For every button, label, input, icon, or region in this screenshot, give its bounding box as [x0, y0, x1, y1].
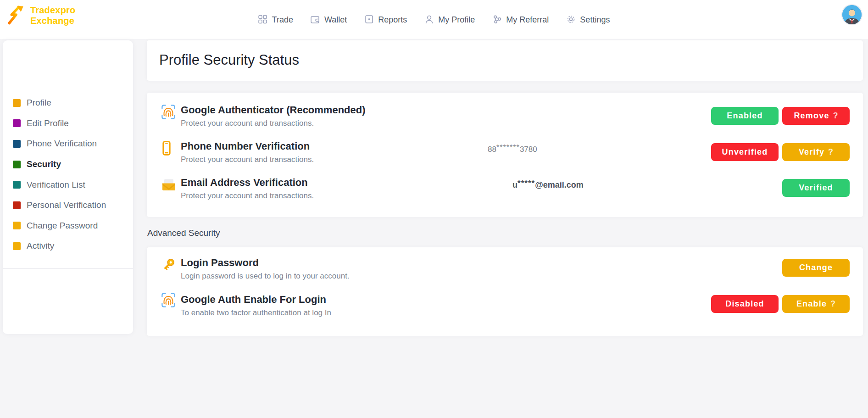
sidebar: Profile Edit Profile Phone Verification …: [3, 40, 133, 334]
swatch-personal-verification: [13, 201, 21, 209]
nav-label-settings: Settings: [580, 15, 610, 25]
nav-label-reports: Reports: [378, 15, 407, 25]
nav-item-my-profile[interactable]: My Profile: [424, 15, 475, 26]
swatch-activity: [13, 242, 21, 250]
row-subtitle: Login password is used to log in to your…: [181, 271, 350, 281]
nav-item-wallet[interactable]: Wallet: [311, 15, 347, 26]
trade-icon: [258, 15, 267, 26]
sidebar-item-activity[interactable]: Activity: [3, 236, 133, 256]
nav-label-my-profile: My Profile: [438, 15, 475, 25]
nav-label-wallet: Wallet: [324, 15, 347, 25]
row-title: Login Password: [181, 256, 259, 269]
main-nav: Trade Wallet Reports: [258, 0, 610, 40]
sidebar-label: Activity: [27, 241, 54, 251]
brand-arrow-icon: [6, 4, 26, 27]
sidebar-item-phone-verification[interactable]: Phone Verification: [3, 134, 133, 154]
unverified-button[interactable]: Unverified: [711, 143, 779, 161]
advanced-security-heading: Advanced Security: [147, 228, 220, 238]
masked-email: u*****@email.com: [512, 179, 584, 190]
enable-button[interactable]: Enable?: [782, 295, 850, 313]
nav-item-trade[interactable]: Trade: [258, 15, 293, 26]
swatch-verification-list: [13, 181, 21, 189]
user-avatar[interactable]: [841, 4, 862, 25]
help-question-icon: ?: [828, 147, 833, 157]
sidebar-label: Verification List: [27, 180, 85, 190]
sidebar-item-profile[interactable]: Profile: [3, 93, 133, 113]
sidebar-label: Personal Verification: [27, 200, 106, 210]
fingerprint-scan-icon: [161, 293, 175, 309]
security-status-card: Google Authenticator (Recommended) Prote…: [147, 93, 863, 217]
nav-item-settings[interactable]: Settings: [566, 15, 610, 26]
nav-item-reports[interactable]: Reports: [364, 15, 407, 26]
sidebar-label: Change Password: [27, 221, 98, 231]
advanced-security-card: Login Password Login password is used to…: [147, 247, 863, 336]
sidebar-label: Phone Verification: [27, 139, 97, 149]
swatch-change-password: [13, 222, 21, 229]
row-subtitle: Protect your account and transactions.: [181, 155, 314, 165]
swatch-edit-profile: [13, 119, 21, 127]
row-title: Google Authenticator (Recommended): [181, 104, 366, 117]
email-envelope-icon: [161, 178, 176, 194]
smartphone-icon: [161, 141, 172, 157]
sidebar-divider: [3, 268, 133, 269]
page-title: Profile Security Status: [159, 52, 299, 68]
row-title: Google Auth Enable For Login: [181, 293, 326, 306]
sidebar-item-edit-profile[interactable]: Edit Profile: [3, 113, 133, 134]
help-question-icon: ?: [830, 299, 835, 309]
title-card: Profile Security Status: [147, 40, 863, 81]
row-title: Phone Number Verification: [181, 140, 310, 153]
referral-icon: [492, 15, 501, 26]
help-question-icon: ?: [833, 111, 838, 121]
sidebar-label: Profile: [27, 98, 51, 108]
enabled-button[interactable]: Enabled: [711, 107, 779, 125]
top-navbar: Tradexpro Exchange Trade: [0, 0, 868, 40]
sidebar-menu: Profile Edit Profile Phone Verification …: [3, 93, 133, 256]
change-button[interactable]: Change: [782, 259, 850, 277]
swatch-phone-verification: [13, 140, 21, 148]
gear-icon: [566, 15, 575, 26]
masked-phone-number: 88*******3780: [488, 143, 537, 154]
sidebar-label: Edit Profile: [27, 118, 69, 128]
sidebar-item-personal-verification[interactable]: Personal Verification: [3, 195, 133, 216]
row-subtitle: Protect your account and transactions.: [181, 118, 314, 128]
swatch-security: [13, 161, 21, 168]
sidebar-item-security[interactable]: Security: [3, 154, 133, 175]
sidebar-item-verification-list[interactable]: Verification List: [3, 174, 133, 195]
row-subtitle: To enable two factor authentication at l…: [181, 308, 331, 318]
wallet-icon: [311, 15, 320, 26]
reports-icon: [364, 15, 373, 26]
key-icon: [161, 257, 176, 273]
sidebar-item-change-password[interactable]: Change Password: [3, 216, 133, 236]
brand-name: Tradexpro Exchange: [30, 5, 76, 26]
nav-item-my-referral[interactable]: My Referral: [492, 15, 549, 26]
profile-icon: [424, 15, 434, 26]
sidebar-label: Security: [27, 159, 61, 169]
swatch-profile: [13, 99, 21, 107]
nav-label-my-referral: My Referral: [506, 15, 549, 25]
row-title: Email Address Verification: [181, 176, 308, 189]
remove-button[interactable]: Remove?: [782, 107, 850, 125]
row-subtitle: Protect your account and transactions.: [181, 191, 314, 201]
disabled-button[interactable]: Disabled: [711, 295, 779, 313]
nav-label-trade: Trade: [272, 15, 293, 25]
verify-button[interactable]: Verify?: [782, 143, 850, 161]
fingerprint-scan-icon: [161, 105, 175, 121]
verified-button[interactable]: Verified: [782, 179, 850, 197]
brand-logo[interactable]: Tradexpro Exchange: [6, 4, 76, 27]
